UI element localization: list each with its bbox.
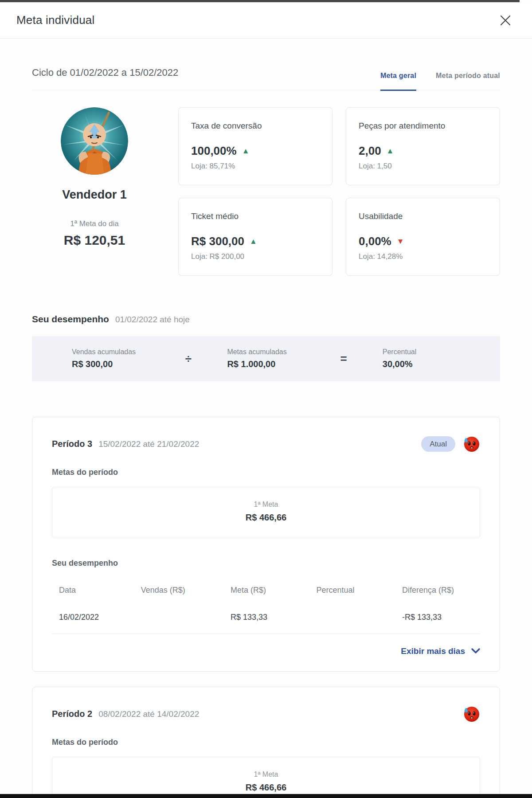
performance-formula-band: Vendas acumuladas R$ 300,00 ÷ Metas acum… (32, 336, 500, 381)
period-goals-title: Metas do período (52, 738, 480, 747)
period-range: 08/02/2022 até 14/02/2022 (98, 709, 199, 719)
accumulated-goals-value: R$ 1.000,00 (227, 359, 305, 369)
metric-card-items-per-service: Peças por atendimento 2,00 ▲ Loja: 1,50 (346, 107, 500, 185)
accumulated-sales: Vendas acumuladas R$ 300,00 (72, 348, 149, 369)
col-percentual: Percentual (317, 586, 403, 595)
seller-goal-label: 1ª Meta do dia (70, 219, 118, 228)
show-more-days-label: Exibir mais dias (401, 646, 465, 656)
metric-store-value: Loja: R$ 200,00 (191, 252, 320, 261)
screen-top-strip (0, 0, 520, 2)
tab-meta-geral[interactable]: Meta geral (380, 72, 416, 91)
metric-store-value: Loja: 1,50 (359, 162, 487, 171)
metric-card-usability: Usabilidade 0,00% ▼ Loja: 14,28% (346, 198, 500, 276)
status-badge-atual: Atual (421, 436, 455, 452)
trend-down-icon: ▼ (397, 238, 404, 245)
close-icon (500, 15, 511, 26)
close-button[interactable] (497, 12, 514, 29)
cell-data: 16/02/2022 (59, 613, 141, 622)
performance-subtitle: 01/02/2022 até hoje (115, 315, 190, 325)
metric-store-value: Loja: 85,71% (191, 162, 320, 171)
metric-cards-grid: Taxa de conversão 100,00% ▲ Loja: 85,71%… (178, 107, 500, 276)
overview-section: Vendedor 1 1ª Meta do dia R$ 120,51 Taxa… (32, 107, 500, 276)
meta-label: 1ª Meta (57, 501, 475, 509)
metric-value: 100,00% (191, 144, 237, 158)
performance-title: Seu desempenho (32, 314, 109, 325)
table-row: 16/02/2022 R$ 133,33 -R$ 133,33 (52, 599, 480, 634)
cell-diferenca: -R$ 133,33 (402, 613, 480, 622)
accumulated-sales-label: Vendas acumuladas (72, 348, 149, 356)
period-card-2: Período 2 08/02/2022 até 14/02/2022 (32, 687, 500, 798)
seller-avatar (61, 107, 128, 175)
metric-title: Ticket médio (191, 211, 320, 221)
page-title: Meta individual (16, 13, 94, 27)
meta-label: 1ª Meta (57, 771, 475, 778)
metric-card-conversion: Taxa de conversão 100,00% ▲ Loja: 85,71% (178, 107, 332, 185)
period-range: 15/02/2022 até 21/02/2022 (98, 439, 199, 449)
trend-up-icon: ▲ (387, 147, 394, 155)
period-goals-title: Metas do período (52, 468, 480, 477)
trend-up-icon: ▲ (250, 238, 257, 245)
modal-body: Ciclo de 01/02/2022 a 15/02/2022 Meta ge… (0, 67, 532, 798)
metric-value: 0,00% (359, 235, 391, 248)
performance-section: Seu desempenho 01/02/2022 até hoje Venda… (32, 314, 500, 381)
period-card-3: Período 3 15/02/2022 até 21/02/2022 Atua… (32, 417, 500, 672)
accumulated-goals: Metas acumuladas R$ 1.000,00 (227, 348, 305, 369)
seller-goal-value: R$ 120,51 (64, 233, 125, 248)
metric-card-avg-ticket: Ticket médio R$ 300,00 ▲ Loja: R$ 200,00 (178, 198, 332, 276)
period-meta-box: 1ª Meta R$ 466,66 (52, 487, 480, 538)
tabs: Meta geral Meta período atual (380, 72, 500, 90)
performance-table: Data Vendas (R$) Meta (R$) Percentual Di… (52, 579, 480, 634)
cell-vendas (141, 613, 231, 622)
metric-value: 2,00 (359, 144, 381, 158)
metric-value: R$ 300,00 (191, 235, 244, 248)
col-meta: Meta (R$) (231, 586, 317, 595)
accumulated-goals-label: Metas acumuladas (227, 348, 305, 356)
meta-value: R$ 466,66 (57, 782, 475, 793)
period-meta-box: 1ª Meta R$ 466,66 (52, 757, 480, 798)
metric-title: Usabilidade (359, 211, 487, 221)
period-performance-title: Seu desempenho (52, 559, 480, 568)
hot-face-sweat-emoji-icon (462, 705, 480, 723)
metric-store-value: Loja: 14,28% (359, 252, 487, 261)
trend-up-icon: ▲ (242, 147, 250, 155)
metric-title: Peças por atendimento (359, 121, 487, 131)
screen-bottom-strip (0, 794, 532, 798)
period-title: Período 2 (52, 709, 92, 719)
col-data: Data (59, 586, 141, 595)
cycle-tab-row: Ciclo de 01/02/2022 a 15/02/2022 Meta ge… (32, 67, 500, 90)
col-diferenca: Diferença (R$) (402, 586, 480, 595)
accumulated-sales-value: R$ 300,00 (72, 359, 149, 369)
seller-panel: Vendedor 1 1ª Meta do dia R$ 120,51 (32, 107, 157, 276)
percentual-value: 30,00% (383, 359, 460, 369)
cell-meta: R$ 133,33 (231, 613, 317, 622)
cell-percentual (317, 613, 403, 622)
period-title: Período 3 (52, 439, 92, 449)
seller-name: Vendedor 1 (62, 188, 127, 202)
cycle-label: Ciclo de 01/02/2022 a 15/02/2022 (32, 67, 178, 90)
table-header-row: Data Vendas (R$) Meta (R$) Percentual Di… (52, 579, 480, 599)
col-vendas: Vendas (R$) (141, 586, 231, 595)
show-more-days-button[interactable]: Exibir mais dias (401, 646, 480, 656)
meta-value: R$ 466,66 (57, 512, 475, 523)
divide-icon: ÷ (149, 352, 227, 366)
percentual-result: Percentual 30,00% (383, 348, 460, 369)
hot-face-sweat-emoji-icon (462, 435, 480, 453)
chevron-down-icon (471, 646, 480, 656)
percentual-label: Percentual (383, 348, 460, 356)
equals-icon: = (305, 352, 383, 366)
modal-header: Meta individual (0, 2, 532, 39)
tab-meta-periodo-atual[interactable]: Meta período atual (436, 72, 500, 91)
metric-title: Taxa de conversão (191, 121, 320, 131)
